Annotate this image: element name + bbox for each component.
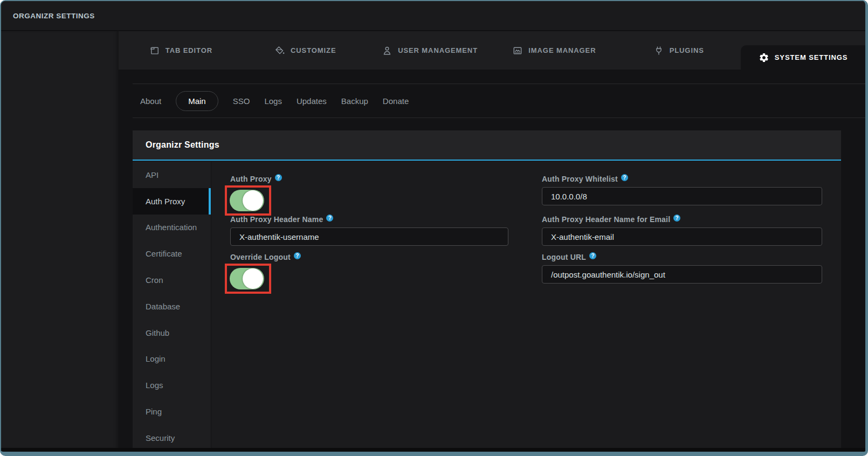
nav-item-security[interactable]: Security (133, 425, 211, 451)
image-icon (512, 45, 523, 56)
nav-item-database[interactable]: Database (133, 293, 211, 320)
auth-proxy-header-name-input[interactable] (230, 227, 508, 246)
override-logout-toggle[interactable] (230, 268, 264, 289)
field-auth-proxy: Auth Proxy (230, 175, 508, 215)
subtab-about[interactable]: About (140, 95, 161, 107)
help-icon[interactable] (673, 215, 680, 222)
main-tab-bar: TAB EDITOR CUSTOMIZE USER MANAGEMENT IMA… (119, 31, 865, 70)
auth-proxy-header-email-label: Auth Proxy Header Name for Email (542, 215, 822, 224)
field-auth-proxy-header-name: Auth Proxy Header Name (230, 215, 508, 253)
tab-label: IMAGE MANAGER (528, 46, 596, 54)
gear-icon (759, 52, 769, 63)
tab-plugins[interactable]: PLUGINS (616, 31, 741, 70)
nav-item-login[interactable]: Login (133, 346, 211, 372)
annotation-box (225, 264, 271, 294)
help-icon[interactable] (589, 252, 596, 259)
user-icon (382, 45, 392, 56)
tab-tab-editor[interactable]: TAB EDITOR (119, 31, 243, 70)
auth-proxy-whitelist-label: Auth Proxy Whitelist (542, 175, 822, 183)
tab-label: USER MANAGEMENT (398, 46, 478, 54)
nav-item-ping[interactable]: Ping (133, 398, 211, 425)
nav-item-auth-proxy[interactable]: Auth Proxy (133, 188, 211, 215)
override-logout-label: Override Logout (230, 253, 508, 261)
toggle-knob (243, 268, 263, 289)
auth-proxy-header-name-label: Auth Proxy Header Name (230, 215, 508, 224)
outer-left-sidebar (1, 31, 119, 448)
tab-label: TAB EDITOR (166, 46, 212, 54)
settings-nav: API Auth Proxy Authentication Certificat… (133, 162, 211, 448)
nav-item-logs[interactable]: Logs (133, 372, 211, 398)
auth-proxy-form: Auth Proxy Auth Proxy Whitelist (212, 162, 841, 448)
plug-icon (653, 45, 664, 56)
tab-label: SYSTEM SETTINGS (775, 53, 848, 61)
field-auth-proxy-whitelist: Auth Proxy Whitelist (542, 175, 822, 215)
subtab-updates[interactable]: Updates (297, 95, 327, 107)
tab-editor-icon (149, 45, 160, 56)
subtab-backup[interactable]: Backup (341, 95, 368, 107)
help-icon[interactable] (621, 174, 628, 181)
auth-proxy-label: Auth Proxy (230, 175, 508, 183)
auth-proxy-header-email-input[interactable] (542, 227, 822, 246)
help-icon[interactable] (294, 252, 301, 259)
tab-system-settings[interactable]: SYSTEM SETTINGS (741, 45, 865, 70)
bottom-edge-strip (1, 448, 865, 452)
help-icon[interactable] (326, 215, 333, 222)
organizr-settings-window: ORGANIZR SETTINGS TAB EDITOR CUSTOMIZE U… (0, 0, 868, 456)
subtab-donate[interactable]: Donate (383, 95, 409, 107)
settings-subtab-bar: About Main SSO Logs Updates Backup Donat… (133, 84, 865, 118)
tab-user-management[interactable]: USER MANAGEMENT (368, 31, 492, 70)
nav-item-github[interactable]: Github (133, 320, 211, 346)
field-override-logout: Override Logout (230, 253, 508, 296)
toggle-knob (243, 190, 263, 211)
organizr-settings-panel: Organizr Settings API Auth Proxy Authent… (133, 130, 841, 448)
field-logout-url: Logout URL (542, 253, 822, 296)
tab-image-manager[interactable]: IMAGE MANAGER (492, 31, 616, 70)
help-icon[interactable] (275, 174, 282, 181)
tab-label: CUSTOMIZE (291, 46, 336, 54)
panel-header: Organizr Settings (133, 130, 841, 161)
subtab-logs[interactable]: Logs (264, 95, 282, 107)
nav-item-certificate[interactable]: Certificate (133, 240, 211, 267)
logout-url-input[interactable] (542, 265, 822, 284)
auth-proxy-toggle[interactable] (230, 190, 264, 211)
nav-item-authentication[interactable]: Authentication (133, 215, 211, 241)
nav-item-api[interactable]: API (133, 162, 211, 188)
top-title-bar: ORGANIZR SETTINGS (1, 1, 865, 31)
subtab-main[interactable]: Main (176, 91, 218, 111)
nav-item-cron[interactable]: Cron (133, 267, 211, 293)
annotation-box (225, 185, 271, 216)
field-auth-proxy-header-email: Auth Proxy Header Name for Email (542, 215, 822, 253)
tab-customize[interactable]: CUSTOMIZE (243, 31, 368, 70)
logout-url-label: Logout URL (542, 253, 822, 261)
customize-icon (274, 45, 285, 56)
page-title: ORGANIZR SETTINGS (13, 12, 95, 20)
panel-title: Organizr Settings (146, 140, 219, 150)
tab-label: PLUGINS (670, 46, 704, 54)
auth-proxy-whitelist-input[interactable] (542, 187, 822, 205)
subtab-sso[interactable]: SSO (233, 95, 250, 107)
